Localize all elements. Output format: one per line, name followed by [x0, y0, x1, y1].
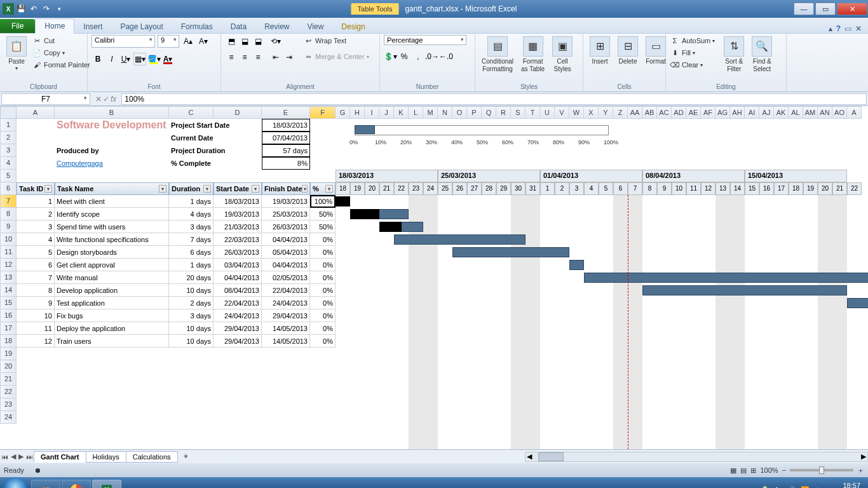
col-header-A[interactable]: A [847, 106, 862, 119]
cell-E2[interactable]: 07/04/2013 [262, 132, 310, 144]
row-header-5[interactable]: 5 [0, 170, 17, 182]
cell-C6[interactable]: Duration▾ [169, 182, 214, 195]
battery-icon[interactable]: 🔋 [761, 486, 770, 489]
cell-F8[interactable]: 50% [310, 208, 336, 220]
col-header-K[interactable]: K [394, 106, 409, 119]
zoom-in-button[interactable]: ＋ [857, 466, 864, 475]
cell-C18[interactable]: 10 days [169, 335, 214, 348]
cell-B18[interactable]: Train users [55, 335, 169, 348]
row-header-14[interactable]: 14 [0, 284, 17, 297]
cell-B7[interactable]: Meet with client [55, 195, 169, 208]
col-header-P[interactable]: P [467, 106, 482, 119]
minimize-button[interactable]: — [794, 3, 814, 15]
col-header-Q[interactable]: Q [482, 106, 496, 119]
align-right-icon[interactable]: ≡ [252, 51, 264, 64]
cell-B3[interactable]: Produced by [55, 144, 169, 157]
save-icon[interactable]: 💾 [15, 3, 27, 15]
cell-E8[interactable]: 25/03/2013 [262, 208, 310, 220]
bold-button[interactable]: B [92, 53, 104, 65]
font-color-button[interactable]: A▾ [161, 53, 174, 65]
cell-A15[interactable]: 9 [17, 297, 55, 309]
cell-B8[interactable]: Identify scope [55, 208, 169, 220]
undo-icon[interactable]: ↶ [28, 3, 39, 15]
cell-E9[interactable]: 26/03/2013 [262, 220, 310, 233]
col-header-AI[interactable]: AI [745, 106, 759, 119]
sheet-nav-prev-icon[interactable]: ◀ [10, 452, 17, 461]
cell-C13[interactable]: 20 days [169, 271, 214, 284]
redo-icon[interactable]: ↷ [41, 3, 52, 15]
cell-B4[interactable]: Computergaga [55, 157, 169, 170]
row-header-2[interactable]: 2 [0, 132, 17, 144]
cell-A18[interactable]: 12 [17, 335, 55, 348]
help-icon[interactable]: ? [836, 24, 841, 33]
cell-A14[interactable]: 8 [17, 284, 55, 297]
col-header-L[interactable]: L [409, 106, 423, 119]
cell-E18[interactable]: 14/05/2013 [262, 335, 310, 348]
cell-D12[interactable]: 03/04/2013 [214, 259, 262, 271]
align-bottom-icon[interactable]: ⬓ [252, 35, 264, 48]
cell-D14[interactable]: 08/04/2013 [214, 284, 262, 297]
col-header-A[interactable]: A [17, 106, 55, 119]
cell-D15[interactable]: 22/04/2013 [214, 297, 262, 309]
cell-F14[interactable]: 0% [310, 284, 336, 297]
cell-C12[interactable]: 1 days [169, 259, 214, 271]
cell-D13[interactable]: 04/04/2013 [214, 271, 262, 284]
cell-B11[interactable]: Design storyboards [55, 246, 169, 259]
cell-A12[interactable]: 6 [17, 259, 55, 271]
name-box[interactable]: F7 [1, 93, 90, 105]
row-header-15[interactable]: 15 [0, 297, 17, 309]
align-top-icon[interactable]: ⬒ [225, 35, 238, 48]
cell-D7[interactable]: 18/03/2013 [214, 195, 262, 208]
align-left-icon[interactable]: ≡ [225, 51, 238, 64]
col-header-AD[interactable]: AD [672, 106, 686, 119]
row-header-19[interactable]: 19 [0, 348, 17, 360]
tab-page-layout[interactable]: Page Layout [111, 20, 172, 34]
col-header-J[interactable]: J [379, 106, 394, 119]
format-cells-button[interactable]: ▭Format [643, 35, 668, 67]
insert-cells-button[interactable]: ⊞Insert [587, 35, 613, 67]
cell-E15[interactable]: 24/04/2013 [262, 297, 310, 309]
cell-D17[interactable]: 29/04/2013 [214, 322, 262, 335]
cell-B16[interactable]: Fix bugs [55, 309, 169, 322]
format-as-table-button[interactable]: ▦Format as Table [519, 35, 547, 74]
number-format-select[interactable]: Percentage [384, 35, 466, 45]
cell-E16[interactable]: 29/04/2013 [262, 309, 310, 322]
col-header-AB[interactable]: AB [642, 106, 657, 119]
col-header-Z[interactable]: Z [613, 106, 628, 119]
row-header-11[interactable]: 11 [0, 246, 17, 259]
taskbar-excel[interactable]: X [92, 480, 121, 488]
align-center-icon[interactable]: ≡ [238, 51, 251, 64]
col-header-E[interactable]: E [262, 106, 310, 119]
row-header-17[interactable]: 17 [0, 322, 17, 335]
cell-A6[interactable]: Task ID▾ [17, 182, 55, 195]
row-header-13[interactable]: 13 [0, 271, 17, 284]
cell-C3[interactable]: Project Duration [169, 144, 258, 157]
col-header-AH[interactable]: AH [730, 106, 745, 119]
cell-C8[interactable]: 4 days [169, 208, 214, 220]
col-header-AA[interactable]: AA [628, 106, 642, 119]
cell-E11[interactable]: 05/04/2013 [262, 246, 310, 259]
cell-C1[interactable]: Project Start Date [169, 119, 258, 132]
row-header-9[interactable]: 9 [0, 220, 17, 233]
cell-E10[interactable]: 04/04/2013 [262, 233, 310, 246]
taskbar-clock[interactable]: 18:57 07/04/2013 [825, 482, 860, 488]
sync-icon[interactable]: ⟳ [815, 486, 820, 489]
col-header-W[interactable]: W [569, 106, 584, 119]
zoom-slider[interactable] [790, 469, 853, 471]
cell-A16[interactable]: 10 [17, 309, 55, 322]
cell-C7[interactable]: 1 days [169, 195, 214, 208]
row-header-7[interactable]: 7 [0, 195, 17, 208]
cell-F10[interactable]: 0% [310, 233, 336, 246]
row-header-10[interactable]: 10 [0, 233, 17, 246]
find-select-button[interactable]: 🔍Find & Select [749, 35, 775, 74]
cell-A10[interactable]: 4 [17, 233, 55, 246]
col-header-AN[interactable]: AN [818, 106, 832, 119]
cell-B17[interactable]: Deploy the application [55, 322, 169, 335]
cell-C11[interactable]: 6 days [169, 246, 214, 259]
col-header-AF[interactable]: AF [701, 106, 715, 119]
cell-A8[interactable]: 2 [17, 208, 55, 220]
sheet-nav-last-icon[interactable]: ⏭ [25, 453, 34, 461]
tab-view[interactable]: View [299, 20, 333, 34]
font-name-select[interactable]: Calibri [92, 35, 155, 48]
tab-design[interactable]: Design [332, 20, 374, 34]
